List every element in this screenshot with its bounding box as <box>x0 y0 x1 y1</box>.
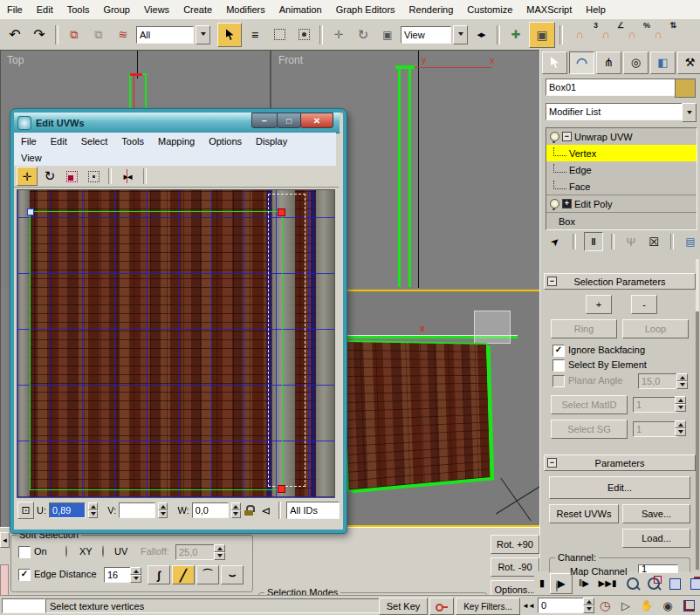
v-spinner[interactable] <box>158 502 168 518</box>
dlg-menu-display[interactable]: Display <box>249 133 294 149</box>
falloff-spinner[interactable] <box>214 544 225 560</box>
tab-hierarchy[interactable]: ⋔ <box>596 51 621 74</box>
maximize-viewport-toggle[interactable] <box>679 598 698 613</box>
planar-angle-checkbox[interactable] <box>552 375 565 387</box>
dlg-menu-mapping[interactable]: Mapping <box>151 133 202 149</box>
select-move-icon[interactable] <box>327 24 350 46</box>
tab-modify[interactable]: ◠ <box>569 51 594 74</box>
u-field[interactable]: 0,89 <box>49 502 86 518</box>
selection-filter-dropdown[interactable]: All <box>136 26 194 44</box>
ring-button[interactable]: Ring <box>551 319 617 338</box>
show-end-result-icon[interactable]: ‖ <box>584 232 603 251</box>
current-frame-field[interactable]: 0 <box>538 598 588 613</box>
stack-row-editpoly[interactable]: + Edit Poly <box>546 195 697 213</box>
pan-hand-icon[interactable]: ✋ <box>637 598 656 613</box>
expand-icon[interactable]: + <box>562 199 572 208</box>
pin-stack-icon[interactable]: ➤ <box>542 229 568 255</box>
uv-vertex-handle-topright[interactable] <box>278 208 285 216</box>
falloff-slow-button[interactable]: ⌒ <box>196 565 219 584</box>
next-frame-button[interactable]: ‖▶ <box>574 574 594 591</box>
falloff-fast-button[interactable]: ⌣ <box>221 565 244 584</box>
zoom-all-icon[interactable] <box>644 575 663 592</box>
lock-selected-vertices-icon[interactable] <box>244 502 257 518</box>
menu-help[interactable]: Help <box>579 0 613 19</box>
parameters-header[interactable]: − Parameters <box>544 454 696 471</box>
stack-row-edge[interactable]: Edge <box>546 161 697 178</box>
menu-animation[interactable]: Animation <box>272 0 329 19</box>
menu-edit[interactable]: Edit <box>30 0 60 19</box>
menu-create[interactable]: Create <box>176 0 219 19</box>
spinner-snap-icon[interactable]: ⇅ <box>646 24 670 46</box>
uv-radio[interactable] <box>102 545 104 557</box>
collapse-icon[interactable]: − <box>562 132 572 141</box>
dialog-titlebar[interactable]: Edit UVWs − □ ✕ <box>14 113 340 133</box>
menu-tools[interactable]: Tools <box>60 0 97 19</box>
uv-freeform-icon[interactable] <box>84 167 103 185</box>
select-by-element-checkbox[interactable] <box>552 359 565 372</box>
soft-selection-on-checkbox[interactable] <box>18 546 31 558</box>
maximize-button[interactable]: □ <box>277 113 301 128</box>
stack-row-face[interactable]: Face <box>546 178 697 195</box>
dlg-menu-select[interactable]: Select <box>74 133 115 149</box>
rotate-minus90-button[interactable]: Rot. -90 <box>491 557 539 577</box>
time-configuration-icon[interactable] <box>597 598 613 613</box>
zoom-extents-icon[interactable] <box>665 575 684 592</box>
menu-maxscript[interactable]: MAXScript <box>519 0 579 19</box>
rotate-plus90-button[interactable]: Rot. +90 <box>491 535 539 554</box>
menu-rendering[interactable]: Rendering <box>402 0 461 19</box>
uv-vertex-handle-bottomright[interactable] <box>278 485 285 493</box>
redo-icon[interactable] <box>28 24 51 46</box>
make-unique-icon[interactable]: Ψ <box>622 233 640 250</box>
sg-field[interactable]: 1 <box>633 421 678 437</box>
xy-radio[interactable] <box>65 545 67 557</box>
uv-selection-rectangle[interactable] <box>30 211 283 490</box>
dlg-menu-view[interactable]: View <box>14 149 49 166</box>
auto-key-button[interactable] <box>429 598 454 615</box>
edge-distance-field[interactable]: 16 <box>104 567 134 583</box>
object-name-field[interactable]: Box01 <box>546 79 676 96</box>
menu-file[interactable]: File <box>0 0 30 19</box>
snaps-toggle-3d-icon[interactable]: 3 <box>567 24 592 46</box>
v-field[interactable] <box>119 502 155 518</box>
rectangular-region-icon[interactable] <box>268 24 291 46</box>
undo-icon[interactable] <box>3 24 26 46</box>
shrink-uv-button[interactable]: - <box>631 295 657 314</box>
select-sg-button[interactable]: Select SG <box>551 420 628 439</box>
go-to-end-button[interactable]: ▶▶▮ <box>597 574 618 591</box>
reference-coordsys-arrow[interactable] <box>453 25 468 44</box>
set-key-button[interactable]: Set Key <box>379 598 428 615</box>
selection-filter-arrow[interactable] <box>196 25 210 44</box>
select-and-link-icon[interactable] <box>63 24 86 46</box>
falloff-field[interactable]: 25,0 <box>175 544 217 560</box>
select-scale-icon[interactable] <box>376 24 399 46</box>
select-object-button[interactable] <box>217 23 242 47</box>
w-field[interactable]: 0,0 <box>192 502 229 518</box>
angle-snap-icon[interactable]: ∠ <box>594 24 618 46</box>
previous-frame-button[interactable]: ▮ <box>536 574 548 591</box>
object-color-swatch[interactable] <box>675 79 696 98</box>
uv-rotate-icon[interactable] <box>40 167 59 185</box>
planar-angle-field[interactable]: 15,0 <box>638 373 680 389</box>
mirror-icon[interactable] <box>470 24 492 46</box>
falloff-linear-button[interactable]: ╱ <box>172 565 195 584</box>
scroll-left-arrow[interactable]: ◂ <box>0 532 10 548</box>
uv-scale-icon[interactable] <box>62 167 81 185</box>
map-channel-radio[interactable] <box>556 580 558 592</box>
map-channel-field[interactable]: 1 <box>638 564 678 573</box>
stack-row-box[interactable]: Box <box>546 213 697 229</box>
w-spinner[interactable] <box>231 502 241 518</box>
arc-rotate-icon[interactable]: ◉ <box>658 598 677 613</box>
tab-utilities[interactable]: ⚒ <box>677 51 700 74</box>
select-rotate-icon[interactable] <box>352 24 374 46</box>
remove-modifier-icon[interactable]: ☒ <box>645 233 662 250</box>
scrollbar-thumb[interactable] <box>696 259 699 311</box>
edit-uvws-button[interactable]: Edit... <box>549 476 690 499</box>
modifier-list-dropdown[interactable]: Modifier List <box>546 103 689 120</box>
unlink-selection-icon[interactable] <box>87 24 110 46</box>
matid-spinner[interactable] <box>675 396 686 412</box>
dlg-menu-file[interactable]: File <box>14 133 44 149</box>
minimize-button[interactable]: − <box>251 113 278 128</box>
reference-coordsys-dropdown[interactable]: View <box>401 26 451 44</box>
close-button[interactable]: ✕ <box>300 113 333 128</box>
select-matid-button[interactable]: Select MatID <box>551 395 628 414</box>
